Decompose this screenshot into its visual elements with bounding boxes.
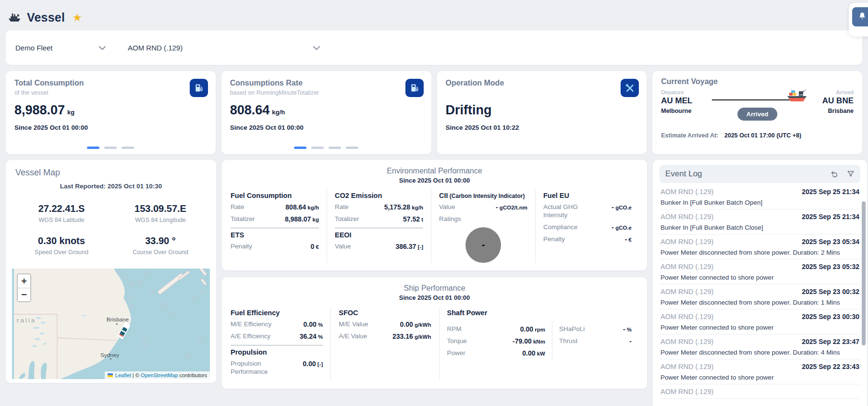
fleet-select[interactable]: Demo Fleet — [15, 43, 106, 52]
vessel-select[interactable]: AOM RND (.129) — [128, 43, 320, 52]
latitude-stat: 27.22.41.S WGS 84 Latitude — [12, 203, 111, 223]
metric-row: Rate808.64 kg/h — [231, 203, 319, 211]
card-title: Vessel Map — [12, 168, 210, 178]
event-log-entry[interactable]: AOM RND (.129)2025 Sep 23 05:34Power Met… — [660, 234, 860, 259]
eta-row: Estimate Arrived At: 2025 Oct 01 17:00 (… — [661, 132, 801, 139]
zoom-out-button[interactable]: − — [18, 288, 30, 301]
metric-label: RPM — [447, 325, 462, 333]
event-timestamp: 2025 Sep 23 05:32 — [802, 262, 859, 271]
ship-performance-columns: Fuel EfficiencyM/E Efficiency0.00 %A/E E… — [230, 307, 639, 380]
pager-bar[interactable] — [294, 147, 306, 149]
event-message: Power Meter disconnected from shore powe… — [660, 348, 859, 357]
card-unit: kg — [67, 109, 74, 116]
zoom-in-button[interactable]: + — [18, 274, 30, 288]
event-log-entry[interactable]: AOM RND (.129)2025 Sep 22 23:47Power Met… — [660, 334, 860, 359]
section-divider — [231, 228, 319, 228]
stat-card-row: Total Consumption of the vessel 8,988.07… — [6, 71, 862, 154]
metric-label: A/E Value — [339, 332, 367, 341]
metric-label: Totalizer — [335, 215, 359, 223]
card-header: Environmental Performance Since 2025 Oct… — [230, 167, 639, 184]
departure-block: Depature AU MEL Melbourne — [661, 89, 705, 114]
perf-column-title: CO2 Emission — [335, 192, 423, 199]
favorite-star-icon[interactable]: ★ — [73, 12, 82, 23]
notifications-button[interactable] — [852, 7, 868, 26]
event-message: Bunker In [Full Bunker Batch Close] — [660, 223, 859, 232]
metric-label: Value — [335, 243, 351, 251]
pager-bar[interactable] — [329, 147, 341, 149]
metric-row: Compliance- gCO.e — [543, 223, 632, 232]
metric-row: Thrust- — [559, 337, 632, 345]
card-title: Total Consumption — [14, 79, 207, 87]
perf-column: CII (Carbon Intensity Indicator)Value- g… — [431, 190, 535, 263]
event-timestamp: 2025 Sep 25 21:34 — [802, 212, 859, 221]
event-log-entry[interactable]: AOM RND (.129)2025 Sep 22 23:43Power Met… — [660, 359, 860, 384]
metric-value: - % — [623, 325, 632, 333]
map-attribution: Leaflet | © OpenStreetMap contributors — [105, 371, 210, 379]
leaflet-link[interactable]: Leaflet — [115, 372, 131, 378]
metric-row: Rate5,175.28 kg/h — [335, 203, 423, 211]
env-performance-columns: Fuel ConsumptionRate808.64 kg/hTotalizer… — [230, 190, 639, 263]
metric-label: Thrust — [559, 337, 577, 345]
pager-bar[interactable] — [87, 147, 99, 149]
metric-row: SHaPoLi- % — [559, 325, 632, 333]
fuel-pump-icon — [405, 79, 424, 97]
metric-row: M/E Efficiency0.00 % — [231, 320, 323, 329]
event-log-scrollbar[interactable] — [862, 201, 866, 345]
refresh-icon[interactable] — [830, 170, 838, 178]
metric-unit: t — [420, 217, 423, 222]
attribution-suffix: contributors — [180, 372, 207, 378]
page-header: Vessel ★ — [6, 0, 862, 30]
metric-value: 233.16 g/kWh — [392, 332, 431, 340]
map-canvas: ralia Brisbane Sydney — [12, 269, 210, 379]
section-divider — [335, 228, 423, 228]
pager-bar[interactable] — [311, 147, 324, 149]
map-country-label: ralia — [17, 317, 37, 324]
leaflet-map[interactable]: ralia Brisbane Sydney + − — [12, 269, 210, 379]
longitude-label: WGS 84 Longitude — [111, 217, 210, 223]
arrival-port-code: AU BNE — [809, 96, 854, 106]
vessel-select-value: AOM RND (.129) — [128, 44, 183, 52]
metric-row: A/E Efficiency36.24 % — [231, 332, 323, 341]
event-log-entry[interactable]: AOM RND (.129)2025 Sep 23 00:30Power Met… — [660, 309, 860, 334]
metric-unit: gCO2/t.nm — [498, 205, 527, 210]
consumptions-rate-card: Consumptions Rate based on RunningMinute… — [221, 71, 431, 154]
metric-value: 0.00 rpm — [520, 325, 545, 333]
event-log-entry[interactable]: AOM RND (.129)2025 Sep 23 05:32Power Met… — [660, 259, 860, 284]
pager-bar[interactable] — [346, 147, 358, 149]
metric-value: 0 € — [311, 243, 319, 250]
event-vessel-name: AOM RND (.129) — [660, 212, 713, 221]
metric-row: A/E Value233.16 g/kWh — [339, 332, 431, 341]
metric-row: Propulsion Performance0.00 [-] — [231, 360, 323, 376]
main-row: Vessel Map Last Reported: 2025 Oct 01 10… — [6, 160, 862, 406]
pager-bar[interactable] — [104, 147, 117, 149]
event-log-entry[interactable]: AOM RND (.129) — [660, 384, 860, 399]
perf-section-heading: ETS — [231, 231, 319, 239]
event-entry-header: AOM RND (.129) — [660, 387, 859, 396]
metric-value: - gCO.e — [611, 223, 632, 231]
metric-unit: kW — [535, 351, 545, 357]
osm-link[interactable]: OpenStreetMap — [141, 372, 178, 378]
perf-section-heading: Propulsion — [231, 348, 323, 356]
perf-column: CO2 EmissionRate5,175.28 kg/hTotalizer57… — [327, 190, 431, 263]
event-vessel-name: AOM RND (.129) — [660, 362, 713, 371]
event-log-list: AOM RND (.129)2025 Sep 25 21:34Bunker In… — [660, 185, 860, 399]
perf-column-title: Fuel EU — [543, 192, 632, 199]
perf-column: Fuel EUActual GHG Intensity- gCO.eCompli… — [535, 190, 639, 263]
event-log-entry[interactable]: AOM RND (.129)2025 Sep 25 21:34Bunker In… — [660, 185, 860, 209]
perf-column: Fuel EfficiencyM/E Efficiency0.00 %A/E E… — [230, 307, 330, 380]
event-timestamp: 2025 Sep 22 23:47 — [802, 337, 859, 346]
metric-row: Power0.00 kW — [447, 349, 545, 357]
event-log-header: Event Log — [660, 165, 860, 183]
perf-column-title: Fuel Consumption — [231, 192, 319, 199]
tools-icon — [621, 79, 639, 97]
filter-icon[interactable] — [847, 170, 855, 178]
metric-row: Actual GHG Intensity- gCO.e — [543, 203, 632, 220]
cargo-ship-icon — [786, 88, 807, 105]
event-log-actions — [830, 170, 855, 178]
event-log-entry[interactable]: AOM RND (.129)2025 Sep 23 00:32Power Met… — [660, 284, 860, 309]
event-log-entry[interactable]: AOM RND (.129)2025 Sep 25 21:34Bunker In… — [660, 209, 860, 234]
speed-value: 0.30 knots — [12, 235, 111, 246]
event-vessel-name: AOM RND (.129) — [660, 337, 713, 346]
event-timestamp: 2025 Sep 25 21:34 — [802, 187, 859, 196]
pager-bar[interactable] — [122, 147, 134, 149]
